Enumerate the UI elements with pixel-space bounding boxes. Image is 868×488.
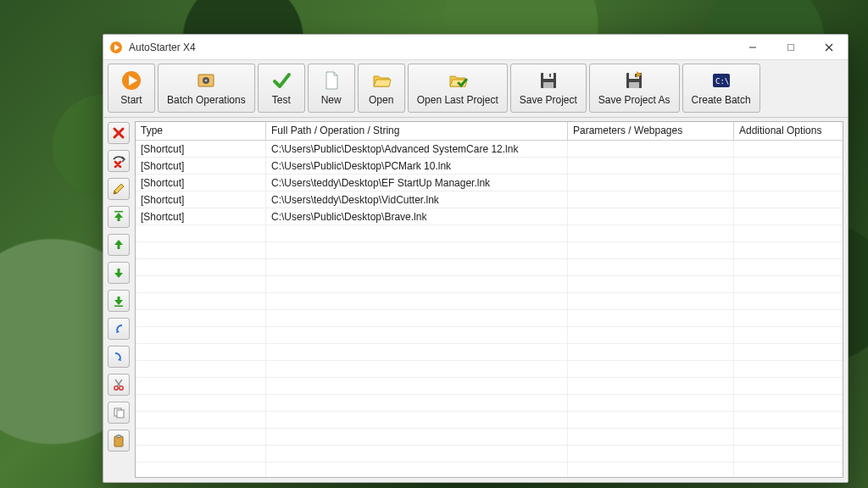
- titlebar[interactable]: AutoStarter X4: [103, 35, 848, 60]
- create-batch-button[interactable]: C:\ Create Batch: [682, 64, 760, 113]
- svg-rect-30: [117, 410, 124, 418]
- cell-params: [568, 225, 734, 241]
- table-row[interactable]: [Shortcut]C:\Users\teddy\Desktop\VidCutt…: [136, 191, 843, 208]
- move-up-button[interactable]: [108, 234, 130, 256]
- cell-path: [266, 429, 568, 445]
- table-row[interactable]: [136, 446, 843, 463]
- open-last-project-button[interactable]: Open Last Project: [408, 64, 508, 113]
- move-top-button[interactable]: [108, 206, 130, 228]
- table-row[interactable]: [136, 378, 843, 395]
- main-toolbar: Start Batch Operations Test New: [103, 60, 848, 118]
- edit-button[interactable]: [108, 178, 130, 200]
- cell-params: [568, 191, 734, 208]
- svg-rect-22: [114, 211, 123, 213]
- cell-options: [734, 327, 843, 343]
- cell-type: [136, 446, 266, 462]
- cell-options: [734, 446, 843, 462]
- cell-params: [568, 242, 734, 258]
- cell-options: [734, 175, 843, 191]
- cell-type: [Shortcut]: [136, 175, 266, 191]
- table-row[interactable]: [136, 293, 843, 310]
- cell-options: [734, 141, 843, 157]
- cell-type: [136, 310, 266, 326]
- cell-type: [136, 361, 266, 377]
- cell-options: [734, 310, 843, 326]
- table-row[interactable]: [136, 310, 843, 327]
- table-row[interactable]: [Shortcut]C:\Users\Public\Desktop\Brave.…: [136, 208, 843, 225]
- cut-button[interactable]: [108, 374, 130, 396]
- cell-path: C:\Users\Public\Desktop\PCMark 10.lnk: [266, 158, 568, 174]
- cell-params: [568, 141, 734, 157]
- cell-params: [568, 293, 734, 309]
- terminal-icon: C:\: [711, 70, 732, 91]
- cell-type: [136, 378, 266, 394]
- cell-type: [136, 259, 266, 275]
- svg-rect-32: [117, 435, 121, 438]
- new-button[interactable]: New: [308, 64, 355, 113]
- save-project-as-button[interactable]: Save Project As: [589, 64, 680, 113]
- close-button[interactable]: [810, 35, 848, 59]
- table-row[interactable]: [Shortcut]C:\Users\teddy\Desktop\EF Star…: [136, 175, 843, 191]
- move-down-button[interactable]: [108, 262, 130, 284]
- cell-path: [266, 378, 568, 394]
- cell-params: [568, 259, 734, 275]
- cell-options: [734, 378, 843, 394]
- svg-rect-12: [543, 73, 554, 79]
- redo-button[interactable]: [108, 346, 130, 368]
- items-grid[interactable]: Type Full Path / Operation / String Para…: [135, 121, 843, 478]
- new-file-icon: [321, 70, 342, 91]
- cell-options: [734, 395, 843, 411]
- cell-params: [568, 429, 734, 445]
- table-row[interactable]: [136, 412, 843, 429]
- cell-params: [568, 463, 734, 477]
- minimize-button[interactable]: [733, 35, 771, 59]
- open-label: Open: [369, 94, 393, 106]
- table-row[interactable]: [136, 361, 843, 378]
- svg-rect-13: [543, 82, 554, 88]
- cell-options: [734, 463, 843, 477]
- desktop-background: AutoStarter X4 Start: [0, 0, 868, 488]
- paste-button[interactable]: [108, 430, 130, 452]
- cell-type: [136, 395, 266, 411]
- cell-params: [568, 378, 734, 394]
- open-last-label: Open Last Project: [417, 94, 498, 106]
- move-bottom-button[interactable]: [108, 290, 130, 312]
- cell-path: [266, 242, 568, 258]
- col-type[interactable]: Type: [136, 122, 266, 140]
- table-row[interactable]: [136, 276, 843, 293]
- col-params[interactable]: Parameters / Webpages: [568, 122, 734, 140]
- delete-all-button[interactable]: [108, 150, 130, 172]
- svg-point-10: [205, 80, 208, 82]
- table-row[interactable]: [136, 327, 843, 344]
- table-row[interactable]: [136, 344, 843, 361]
- test-button[interactable]: Test: [258, 64, 305, 113]
- cell-params: [568, 175, 734, 191]
- save-project-button[interactable]: Save Project: [510, 64, 587, 113]
- table-row[interactable]: [136, 395, 843, 412]
- batch-operations-button[interactable]: Batch Operations: [158, 64, 255, 113]
- cell-type: [136, 429, 266, 445]
- col-path[interactable]: Full Path / Operation / String: [266, 122, 568, 140]
- table-row[interactable]: [Shortcut]C:\Users\Public\Desktop\PCMark…: [136, 158, 843, 175]
- delete-button[interactable]: [108, 122, 130, 144]
- cell-path: C:\Users\teddy\Desktop\EF StartUp Manage…: [266, 175, 568, 191]
- table-row[interactable]: [136, 463, 843, 477]
- start-button[interactable]: Start: [108, 64, 155, 113]
- create-batch-label: Create Batch: [692, 94, 751, 106]
- maximize-button[interactable]: [771, 35, 810, 59]
- grid-body[interactable]: [Shortcut]C:\Users\Public\Desktop\Advanc…: [136, 141, 843, 477]
- table-row[interactable]: [Shortcut]C:\Users\Public\Desktop\Advanc…: [136, 141, 843, 158]
- cell-type: [Shortcut]: [136, 191, 266, 208]
- cell-params: [568, 344, 734, 360]
- copy-button[interactable]: [108, 402, 130, 424]
- table-row[interactable]: [136, 429, 843, 446]
- table-row[interactable]: [136, 225, 843, 242]
- open-button[interactable]: Open: [358, 64, 405, 113]
- col-options[interactable]: Additional Options: [734, 122, 843, 140]
- cell-options: [734, 412, 843, 428]
- save-icon: [538, 70, 559, 91]
- table-row[interactable]: [136, 259, 843, 276]
- table-row[interactable]: [136, 242, 843, 259]
- cell-params: [568, 208, 734, 225]
- undo-button[interactable]: [108, 318, 130, 340]
